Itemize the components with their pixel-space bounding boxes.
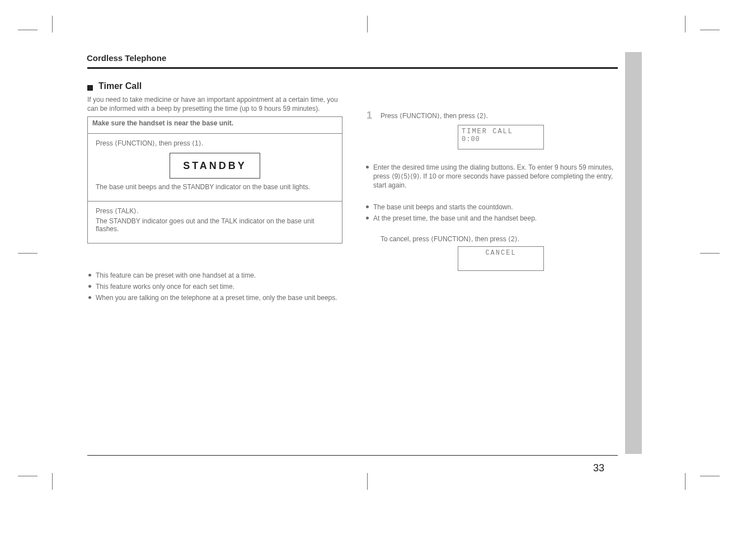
square-bullet-icon: [87, 85, 93, 91]
bullet-dot-icon: [366, 217, 369, 219]
lcd-display-2: CANCEL: [458, 246, 544, 271]
step-number: 1: [363, 110, 376, 121]
list-item: The base unit beeps and starts the count…: [366, 203, 617, 212]
intro-text: If you need to take medicine or have an …: [87, 95, 342, 113]
list-item: This feature can be preset with one hand…: [88, 271, 346, 280]
bullet-text: The base unit beeps and starts the count…: [373, 203, 513, 212]
bullet-dot-icon: [366, 205, 369, 208]
cancel-text: To cancel, press ⟨FUNCTION⟩, then press …: [381, 235, 519, 243]
info-box: Make sure the handset is near the base u…: [87, 116, 342, 243]
bullet-dot-icon: [88, 296, 91, 299]
bullet-text: This feature can be preset with one hand…: [96, 271, 256, 280]
bullet-text: This feature works only once for each se…: [96, 282, 234, 291]
bottom-rule: [87, 455, 618, 456]
info-box-header: Make sure the handset is near the base u…: [88, 117, 342, 134]
bullet-text: When you are talking on the telephone at…: [96, 293, 337, 302]
row2-after: The base unit beeps and the STANDBY indi…: [96, 183, 334, 191]
top-rule: [87, 67, 618, 69]
row3-line2: The STANDBY indicator goes out and the T…: [96, 217, 334, 233]
page-headline: Timer Call: [98, 81, 142, 91]
lcd1-line1: TIMER CALL: [462, 128, 540, 135]
info-box-row2: Press ⟨FUNCTION⟩, then press ⟨1⟩. STANDB…: [88, 134, 342, 202]
bullet-text: At the preset time, the base unit and th…: [373, 214, 537, 223]
list-item: At the preset time, the base unit and th…: [366, 214, 617, 223]
list-item: Enter the desired time using the dialing…: [366, 163, 617, 190]
lcd-display-1: TIMER CALL 0:00: [458, 125, 544, 149]
info-box-row3: Press ⟨TALK⟩. The STANDBY indicator goes…: [88, 202, 342, 243]
side-tab: [625, 52, 642, 454]
step-1-text: Press ⟨FUNCTION⟩, then press ⟨2⟩.: [381, 112, 488, 120]
row2-line1: Press ⟨FUNCTION⟩, then press ⟨1⟩.: [96, 139, 334, 147]
row3-line1: Press ⟨TALK⟩.: [96, 207, 334, 215]
section-title: Cordless Telephone: [87, 53, 166, 63]
lcd2-line1: CANCEL: [462, 249, 540, 257]
list-item: When you are talking on the telephone at…: [88, 293, 346, 302]
standby-indicator: STANDBY: [170, 153, 260, 179]
cancel-step: To cancel, press ⟨FUNCTION⟩, then press …: [363, 235, 617, 243]
bullet-text: Enter the desired time using the dialing…: [373, 163, 617, 190]
step-1: 1 Press ⟨FUNCTION⟩, then press ⟨2⟩.: [363, 110, 617, 121]
bullet-dot-icon: [366, 166, 369, 168]
bullet-dot-icon: [88, 274, 91, 277]
list-item: This feature works only once for each se…: [88, 282, 346, 291]
lcd1-line2: 0:00: [462, 135, 540, 143]
bullet-dot-icon: [88, 285, 91, 288]
page-number: 33: [593, 462, 604, 474]
